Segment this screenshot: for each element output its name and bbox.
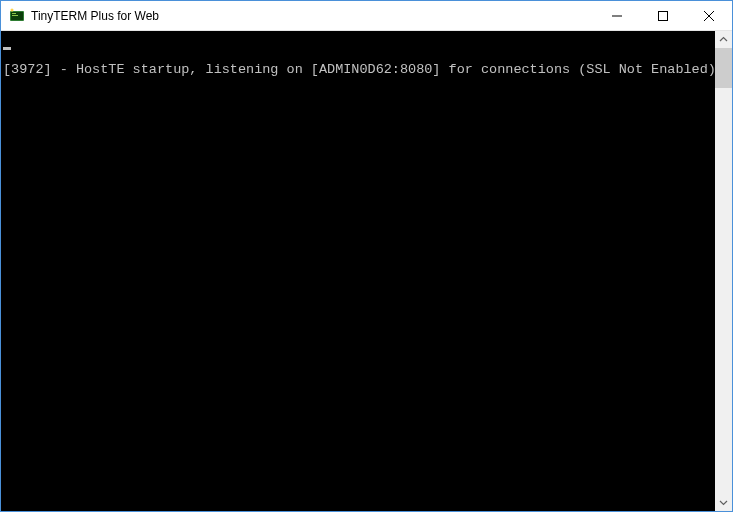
scroll-up-button[interactable] xyxy=(715,31,732,48)
svg-rect-3 xyxy=(12,15,18,16)
maximize-button[interactable] xyxy=(640,1,686,30)
terminal-line: [3972] - HostTE startup, listening on [A… xyxy=(3,62,713,77)
window-controls xyxy=(594,1,732,30)
svg-rect-5 xyxy=(612,15,622,16)
window-title: TinyTERM Plus for Web xyxy=(31,9,594,23)
scroll-down-button[interactable] xyxy=(715,494,732,511)
close-icon xyxy=(704,11,714,21)
titlebar[interactable]: TinyTERM Plus for Web xyxy=(1,1,732,31)
terminal-cursor xyxy=(3,47,11,50)
scrollbar-track[interactable] xyxy=(715,48,732,494)
close-button[interactable] xyxy=(686,1,732,30)
svg-rect-2 xyxy=(12,13,16,14)
terminal-output[interactable]: [3972] - HostTE startup, listening on [A… xyxy=(1,31,715,511)
svg-point-4 xyxy=(11,8,14,11)
maximize-icon xyxy=(658,11,668,21)
minimize-button[interactable] xyxy=(594,1,640,30)
vertical-scrollbar[interactable] xyxy=(715,31,732,511)
client-area: [3972] - HostTE startup, listening on [A… xyxy=(1,31,732,511)
chevron-down-icon xyxy=(719,498,728,507)
app-window: TinyTERM Plus for Web [3972] - HostTE st… xyxy=(0,0,733,512)
svg-rect-6 xyxy=(659,11,668,20)
scrollbar-thumb[interactable] xyxy=(715,48,732,88)
minimize-icon xyxy=(612,11,622,21)
app-icon xyxy=(9,8,25,24)
chevron-up-icon xyxy=(719,35,728,44)
